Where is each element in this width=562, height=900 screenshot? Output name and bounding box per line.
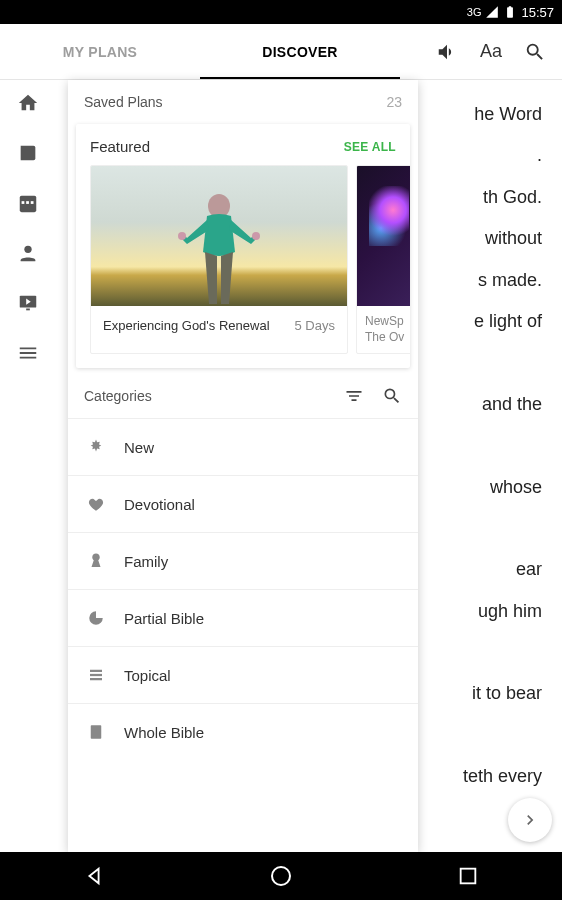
font-button[interactable]: Aa bbox=[480, 41, 502, 63]
home-icon[interactable] bbox=[271, 866, 291, 886]
bible-icon[interactable] bbox=[17, 142, 39, 164]
network-indicator: 3G bbox=[467, 6, 482, 18]
category-icon bbox=[86, 437, 106, 457]
category-item[interactable]: Family bbox=[68, 532, 418, 589]
svg-point-9 bbox=[252, 232, 260, 240]
category-item[interactable]: Topical bbox=[68, 646, 418, 703]
plan-image bbox=[91, 166, 347, 306]
audio-icon[interactable] bbox=[436, 41, 458, 63]
svg-point-8 bbox=[178, 232, 186, 240]
featured-carousel[interactable]: Experiencing God's Renewal 5 Days NewSp … bbox=[76, 165, 410, 368]
featured-plan-1[interactable]: Experiencing God's Renewal 5 Days bbox=[90, 165, 348, 354]
tabs: MY PLANS DISCOVER bbox=[0, 24, 420, 79]
next-button[interactable] bbox=[508, 798, 552, 842]
category-icon bbox=[86, 665, 106, 685]
saved-plans-label: Saved Plans bbox=[84, 94, 163, 110]
plans-icon[interactable] bbox=[17, 192, 39, 214]
discover-panel: Saved Plans 23 Featured SEE ALL bbox=[68, 80, 418, 852]
category-item[interactable]: Whole Bible bbox=[68, 703, 418, 760]
search-icon[interactable] bbox=[382, 386, 402, 406]
plan-title: NewSp bbox=[365, 314, 407, 330]
category-item[interactable]: Partial Bible bbox=[68, 589, 418, 646]
featured-title: Featured bbox=[90, 138, 150, 155]
svg-rect-0 bbox=[20, 196, 37, 213]
categories-title: Categories bbox=[84, 388, 152, 404]
plan-duration: 5 Days bbox=[295, 318, 335, 333]
see-all-button[interactable]: SEE ALL bbox=[344, 140, 396, 154]
battery-icon bbox=[503, 5, 517, 19]
svg-rect-1 bbox=[22, 201, 25, 204]
category-label: New bbox=[124, 439, 154, 456]
filter-icon[interactable] bbox=[344, 386, 364, 406]
svg-point-4 bbox=[24, 246, 31, 253]
category-label: Whole Bible bbox=[124, 724, 204, 741]
svg-rect-10 bbox=[90, 670, 102, 672]
sidebar bbox=[0, 80, 56, 852]
video-icon[interactable] bbox=[17, 292, 39, 314]
svg-rect-3 bbox=[31, 201, 34, 204]
category-icon bbox=[86, 551, 106, 571]
topbar-actions: Aa bbox=[420, 41, 562, 63]
category-label: Devotional bbox=[124, 496, 195, 513]
search-icon[interactable] bbox=[524, 41, 546, 63]
status-bar: 3G 15:57 bbox=[0, 0, 562, 24]
clock: 15:57 bbox=[521, 5, 554, 20]
svg-rect-11 bbox=[90, 674, 102, 676]
home-icon[interactable] bbox=[17, 92, 39, 114]
chevron-right-icon bbox=[520, 810, 540, 830]
category-icon bbox=[86, 494, 106, 514]
category-label: Topical bbox=[124, 667, 171, 684]
saved-plans-row[interactable]: Saved Plans 23 bbox=[68, 80, 418, 124]
category-item[interactable]: New bbox=[68, 418, 418, 475]
plan-title: Experiencing God's Renewal bbox=[103, 318, 270, 333]
plan-subtitle: The Ov bbox=[365, 330, 407, 346]
svg-rect-14 bbox=[461, 869, 476, 884]
svg-rect-2 bbox=[26, 201, 29, 204]
back-icon[interactable] bbox=[83, 865, 105, 887]
category-label: Family bbox=[124, 553, 168, 570]
tab-my-plans[interactable]: MY PLANS bbox=[0, 24, 200, 79]
profile-icon[interactable] bbox=[17, 242, 39, 264]
featured-card: Featured SEE ALL bbox=[76, 124, 410, 368]
category-label: Partial Bible bbox=[124, 610, 204, 627]
signal-icon bbox=[485, 5, 499, 19]
category-item[interactable]: Devotional bbox=[68, 475, 418, 532]
categories-header: Categories bbox=[68, 368, 418, 418]
top-bar: MY PLANS DISCOVER Aa bbox=[0, 24, 562, 80]
categories-list: NewDevotionalFamilyPartial BibleTopicalW… bbox=[68, 418, 418, 852]
android-nav-bar bbox=[0, 852, 562, 900]
category-icon bbox=[86, 722, 106, 742]
category-icon bbox=[86, 608, 106, 628]
body: he Word.th God.withouts made.e light of … bbox=[0, 80, 562, 852]
plan-image bbox=[357, 166, 410, 306]
saved-plans-count: 23 bbox=[386, 94, 402, 110]
menu-icon[interactable] bbox=[17, 342, 39, 364]
tab-discover[interactable]: DISCOVER bbox=[200, 24, 400, 79]
svg-rect-12 bbox=[90, 678, 102, 680]
recents-icon[interactable] bbox=[457, 865, 479, 887]
featured-plan-2[interactable]: NewSp The Ov bbox=[356, 165, 410, 354]
svg-rect-13 bbox=[91, 725, 102, 739]
svg-rect-6 bbox=[26, 309, 30, 311]
